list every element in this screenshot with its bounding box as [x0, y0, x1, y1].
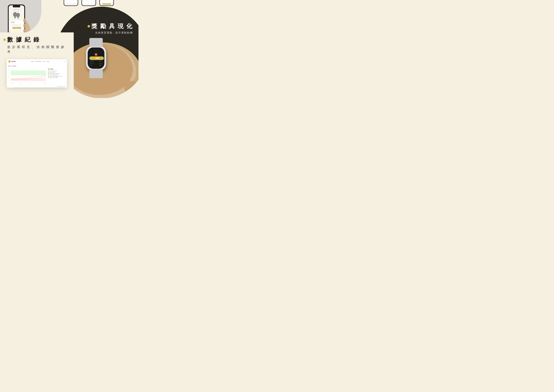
data-dot-3	[48, 73, 49, 74]
chart-plot	[11, 68, 46, 81]
data-item-2: Value · 18 (unit)	[48, 72, 65, 73]
svg-text:⌃: ⌃	[96, 51, 97, 53]
hand-phone-svg: +886 900-000-000 Ready to enter your 4 d…	[0, 3, 41, 34]
small-phone-1	[64, 0, 78, 6]
hand-phone-container: +886 900-000-000 Ready to enter your 4 d…	[0, 3, 41, 34]
rewards-heading-text: 獎 勵 具 現 化	[91, 22, 133, 30]
svg-text:$100: $100	[96, 57, 99, 59]
svg-point-11	[17, 17, 19, 19]
small-phone-2	[82, 0, 96, 6]
svg-rect-28	[64, 0, 78, 6]
svg-text:Amart: Amart	[90, 65, 92, 66]
svg-rect-20	[19, 24, 21, 26]
data-item-5: Exercise Duration Average · 12 (min)	[48, 76, 65, 77]
svg-rect-53	[89, 69, 103, 78]
svg-text:apple*3: apple*3	[99, 63, 103, 64]
rewards-title: 獎 勵 具 現 化	[88, 22, 133, 30]
customize-chrome-link[interactable]: Customize Chrome	[58, 86, 65, 87]
rewards-bullet	[88, 25, 90, 28]
svg-text:verification: verification	[11, 22, 15, 22]
chart-x-axis: January Feburary March April May	[11, 83, 46, 84]
svg-point-27	[23, 18, 26, 23]
svg-text:motive: motive	[94, 49, 98, 50]
logo-text: motive	[11, 61, 16, 62]
svg-text:code in the code section.: code in the code section.	[14, 11, 19, 12]
rewards-section: 獎 勵 具 現 化 兌換實質獎勵，提升運動動機	[88, 22, 133, 35]
hamburger-icon[interactable]: ≡	[65, 61, 65, 62]
svg-rect-52	[89, 38, 103, 47]
user-data-panel: User Data Date · May 3rd, 2022 Value · 1…	[48, 68, 65, 84]
svg-rect-30	[65, 3, 76, 5]
nav-about[interactable]: About motive	[35, 61, 41, 62]
svg-text:Carrefour: Carrefour	[90, 63, 94, 64]
svg-rect-35	[102, 3, 111, 5]
svg-rect-33	[100, 0, 114, 6]
svg-text:Please enter the code: Please enter the code	[11, 23, 15, 24]
svg-text:7-11: 7-11	[91, 58, 93, 59]
data-dot-2	[48, 72, 49, 73]
data-heading-text: 數 據 紀 錄	[7, 36, 40, 44]
small-phone-3	[99, 0, 114, 6]
svg-text:resend code: resend code	[15, 28, 19, 28]
dashboard-nav: motive Home About motive FAQ Login ≡	[7, 59, 67, 64]
svg-text:$50: $50	[99, 61, 101, 62]
chart-area: 35 30 25 20 15 10 5	[8, 68, 65, 84]
svg-rect-17	[13, 24, 14, 26]
page-container: +886 900-000-000 Ready to enter your 4 d…	[0, 0, 138, 98]
svg-rect-4	[13, 5, 20, 7]
logo-icon	[8, 60, 11, 63]
dashboard-body: 2022 · Jan-May · ▾ 35 30 25 20 15 10 5	[7, 64, 67, 85]
user-data-title: User Data	[48, 68, 65, 70]
dashboard-footer: ✎ Customize Chrome	[7, 85, 67, 88]
data-dot-6	[48, 77, 49, 78]
nav-home[interactable]: Home	[31, 61, 34, 62]
dashboard-period: 2022 · Jan-May · ▾	[8, 65, 65, 67]
data-item-6: Exercise Level · medium	[48, 77, 65, 78]
nav-login[interactable]: Login	[47, 61, 49, 62]
data-section: 數 據 紀 錄 進 步 看 得 見 、 供 相 關 醫 療 參 考	[3, 36, 67, 54]
svg-rect-16	[11, 24, 12, 26]
data-item-3: Strength Level · initial medium	[48, 73, 65, 74]
data-bullet	[3, 38, 6, 41]
customize-icon: ✎	[56, 86, 57, 87]
svg-text:Fami Mart: Fami Mart	[90, 61, 94, 62]
data-dot-1	[48, 70, 49, 71]
svg-text:Ready to enter your 4 digit ve: Ready to enter your 4 digit verification	[13, 10, 20, 11]
nav-links: Home About motive FAQ Login	[31, 61, 49, 62]
data-section-heading: 數 據 紀 錄	[3, 36, 67, 44]
data-dot-4	[48, 75, 49, 75]
data-subheading-text: 進 步 看 得 見 、 供 相 關 醫 療 參 考	[7, 45, 67, 54]
nav-faq[interactable]: FAQ	[43, 61, 45, 62]
svg-text:🎁: 🎁	[95, 53, 98, 56]
top-left-gray-section: +886 900-000-000 Ready to enter your 4 d…	[0, 0, 41, 34]
period-arrow: ▾	[17, 66, 18, 67]
svg-text:+886 900-000-000: +886 900-000-000	[14, 9, 19, 10]
svg-rect-18	[15, 24, 17, 26]
data-item-4: Trend · gradually growing	[48, 75, 65, 75]
rewards-subtitle: 兌換實質獎勵，提升運動動機	[88, 31, 133, 35]
chart-y-axis: 35 30 25 20 15 10 5	[8, 68, 11, 81]
chart-left: 35 30 25 20 15 10 5	[8, 68, 46, 84]
svg-rect-31	[82, 0, 96, 6]
svg-point-9	[14, 16, 16, 18]
chart-red-zone	[11, 78, 46, 81]
data-dot-5	[48, 76, 49, 77]
svg-rect-19	[17, 24, 19, 26]
svg-point-72	[45, 75, 46, 76]
svg-point-26	[23, 23, 26, 28]
period-text: 2022 · Jan-May ·	[8, 65, 17, 67]
chart-x-label: T(week/h)	[43, 83, 46, 84]
svg-text:$100: $100	[99, 65, 101, 66]
chart-green-zone	[11, 71, 46, 75]
data-item-1: Date · May 3rd, 2022	[48, 70, 65, 71]
top-phones-row	[39, 0, 138, 6]
dashboard-logo: motive	[8, 60, 16, 63]
dashboard: motive Home About motive FAQ Login ≡ 202…	[7, 59, 67, 88]
